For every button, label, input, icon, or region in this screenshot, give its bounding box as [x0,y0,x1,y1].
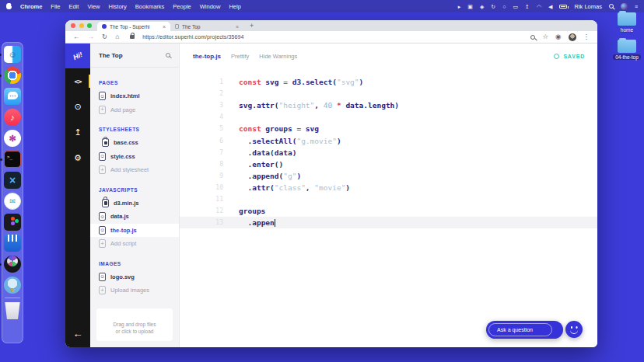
dock-twitterrific-icon[interactable] [4,277,21,294]
code-line[interactable]: 3svg.attr("height", 40 * data.length) [180,99,597,111]
help-smiley-button[interactable] [565,321,583,338]
sidebar-file-index-html[interactable]: index.html [90,89,179,103]
code-editor[interactable]: 1const svg = d3.select("svg")23svg.attr(… [180,68,597,228]
spotlight-search-icon[interactable] [609,4,614,9]
menu-window[interactable]: Window [200,3,221,10]
code-line[interactable]: 13 .appen [180,217,597,228]
code-editor-icon[interactable]: <> [65,68,90,94]
dock-chrome-icon[interactable] [4,67,21,84]
address-bar[interactable]: https://editor.superhi.com/projects/3569… [142,34,243,40]
sidebar-file-base-css[interactable]: base.css [90,136,179,150]
code-line[interactable]: 2 [180,88,597,99]
search-icon[interactable] [166,53,170,57]
ask-question-input[interactable]: Ask a question [488,323,552,336]
token-pn: () [275,160,283,169]
forward-icon[interactable]: → [88,33,95,40]
menu-bookmarks[interactable]: Bookmarks [135,3,165,10]
dock-airmail-icon[interactable] [4,193,21,210]
code-line[interactable]: 5const groups = svg [180,123,597,134]
browser-menu-icon[interactable]: ⋮ [583,33,590,40]
apple-menu-icon[interactable] [6,3,12,9]
menu-history[interactable]: History [109,3,127,10]
dock-trash-icon[interactable] [4,302,21,319]
sidebar-action-add-stylesheet[interactable]: Add stylesheet [90,163,179,177]
sidebar-file-data-js[interactable]: data.js [90,210,179,224]
bookmark-star-icon[interactable]: ☆ [542,33,548,40]
dock-music-icon[interactable] [4,109,21,126]
volume-icon[interactable]: ◀ [548,4,552,9]
dock-finder-icon[interactable] [4,46,21,63]
browser-tab-inactive[interactable]: The Top × [170,22,243,31]
new-tab-button[interactable]: + [243,22,260,31]
ask-question-button[interactable]: Ask a question [486,321,563,339]
ssl-lock-icon[interactable] [130,35,135,39]
code-line[interactable]: 7 .data(data) [180,147,597,158]
cursor-icon[interactable]: ▸ [458,4,461,9]
sidebar-file-the-top-js[interactable]: the-top.js [90,224,179,238]
code-line[interactable]: 9 .append("g") [180,170,597,182]
menu-edit[interactable]: Edit [68,3,79,10]
menu-file[interactable]: File [51,3,60,10]
code-line[interactable]: 6 .selectAll("g.movie") [180,134,597,146]
dock-terminal-icon[interactable] [4,151,21,168]
sidebar-action-upload-images[interactable]: Upload images [90,284,179,298]
shield-icon[interactable]: ◈ [480,4,484,9]
menu-people[interactable]: People [173,3,191,10]
file-dropzone[interactable]: Drag and drop files or click to upload [96,308,173,342]
notification-center-icon[interactable]: ≡ [635,4,638,9]
dock-figma-icon[interactable] [4,214,21,231]
reload-icon[interactable]: ↻ [102,33,107,40]
settings-gear-icon[interactable]: ⚙ [65,145,90,171]
file-label: index.html [110,92,140,99]
tab-close-icon[interactable]: × [163,24,166,30]
prettify-button[interactable]: Prettify [231,53,249,60]
tab-close-icon[interactable]: × [236,24,239,30]
screen-icon[interactable]: ▭ [513,4,518,9]
preview-eye-icon[interactable]: ⊙ [65,94,90,120]
hide-warnings-button[interactable]: Hide Warnings [259,53,297,60]
file-doc-icon [99,226,106,235]
sidebar-file-logo-svg[interactable]: logo.svg [90,270,179,284]
dock-slack-icon[interactable] [4,130,21,147]
wifi-icon[interactable]: ◠ [537,4,541,9]
superhi-logo[interactable]: Hi! [65,44,90,68]
battery-icon[interactable] [559,5,567,9]
dock-intercom-icon[interactable] [4,235,21,252]
status-circle-icon[interactable]: ○ [502,4,506,9]
back-icon[interactable]: ← [73,33,80,40]
code-line[interactable]: 8 .enter() [180,158,597,170]
profile-icon[interactable]: ◉ [555,33,561,40]
code-line[interactable]: 4 [180,111,597,123]
desktop-folder-home[interactable]: home [613,12,641,33]
share-upload-icon[interactable]: ↥ [65,120,90,145]
close-window-button[interactable] [71,23,75,28]
menu-view[interactable]: View [87,3,100,10]
code-line[interactable]: 10 .attr("class", "movie") [180,182,597,193]
token-pn: ) [359,78,364,86]
minimize-window-button[interactable] [79,23,84,28]
code-line[interactable]: 12groups [180,205,597,217]
siri-icon[interactable] [621,3,628,10]
dock-vscode-icon[interactable] [4,172,21,189]
toolbar-right: ☆◉ ⋮ [530,33,590,41]
desktop-folder-04-the-top[interactable]: 04-the-top [613,40,641,60]
browser-tab-active[interactable]: The Top - Superhi × [97,22,170,31]
back-arrow[interactable]: ← [73,328,83,339]
zoom-icon[interactable] [530,35,535,40]
code-line[interactable]: 1const svg = d3.select("svg") [180,76,597,88]
dock-reel-icon[interactable] [4,256,21,273]
sidebar-file-style-css[interactable]: style.css [90,150,179,164]
display-mirror-icon[interactable]: ▣ [467,4,473,9]
code-line[interactable]: 11 [180,193,597,205]
sidebar-file-d3-min-js[interactable]: d3.min.js [90,197,179,211]
zoom-window-button[interactable] [87,23,92,28]
home-icon[interactable]: ⌂ [115,33,119,40]
menu-chrome[interactable]: Chrome [20,3,42,10]
dock-messages-icon[interactable] [4,88,21,105]
upload-arrow-icon[interactable]: ↥ [525,4,530,9]
sidebar-action-add-script[interactable]: Add script [90,237,179,251]
sidebar-action-add-page[interactable]: Add page [90,103,179,117]
browser-profile-avatar[interactable] [569,33,576,41]
menu-help[interactable]: Help [229,3,240,10]
sync-icon[interactable]: ↻ [491,4,495,9]
